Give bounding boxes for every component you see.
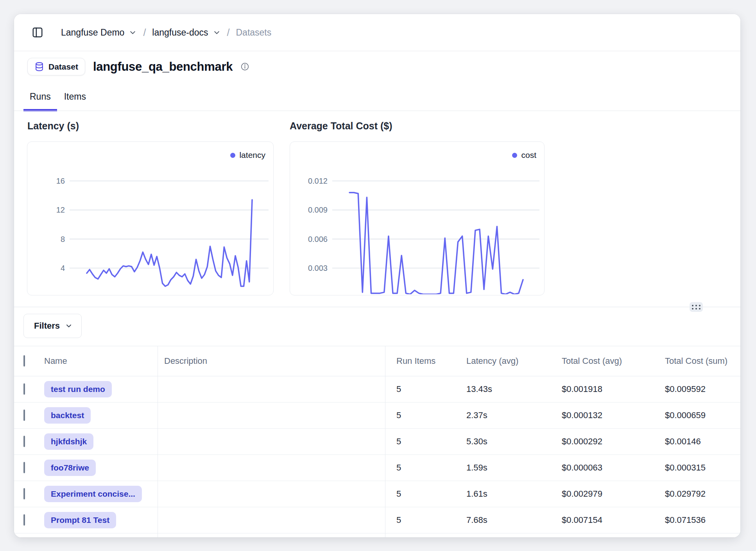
column-header-latency-avg[interactable]: Latency (avg) xyxy=(466,356,518,366)
svg-text:0.012: 0.012 xyxy=(308,177,328,185)
breadcrumb: Langfuse Demo / langfuse-docs / Datasets xyxy=(61,27,271,38)
runs-table: Name Description Run Items Latency (avg)… xyxy=(14,346,740,537)
run-items-value: 5 xyxy=(396,489,401,499)
latency-avg-value: 1.59s xyxy=(466,463,487,473)
total-cost-avg-value: $0.000063 xyxy=(562,463,602,473)
cost-legend: cost xyxy=(512,150,536,160)
latency-avg-value: 1.61s xyxy=(466,489,487,499)
breadcrumb-separator: / xyxy=(143,27,146,38)
page-title: langfuse_qa_benchmark xyxy=(93,60,233,74)
svg-text:0.009: 0.009 xyxy=(308,206,328,214)
info-icon[interactable] xyxy=(240,62,249,71)
breadcrumb-project-label: langfuse-docs xyxy=(152,27,208,38)
legend-dot-icon xyxy=(512,153,517,158)
tab-runs[interactable]: Runs xyxy=(23,88,57,111)
cost-chart-title: Average Total Cost ($) xyxy=(290,120,392,132)
total-cost-sum-value: $0.029792 xyxy=(665,489,706,499)
column-header-name[interactable]: Name xyxy=(44,356,67,366)
dataset-badge-label: Dataset xyxy=(48,62,78,72)
latency-legend: latency xyxy=(230,150,265,160)
filters-button-label: Filters xyxy=(34,321,60,331)
table-row: Experiment concise... 5 1.61s $0.002979 … xyxy=(14,481,740,507)
column-divider xyxy=(158,346,158,537)
row-checkbox[interactable] xyxy=(23,488,25,499)
table-row: backtest 5 2.37s $0.000132 $0.000659 xyxy=(14,403,740,429)
run-items-value: 5 xyxy=(396,437,401,447)
tab-items[interactable]: Items xyxy=(58,88,92,111)
cost-legend-label: cost xyxy=(521,150,536,160)
total-cost-avg-value: $0.000132 xyxy=(562,410,602,420)
run-name-badge[interactable]: test run demo xyxy=(44,381,112,397)
total-cost-avg-value: $0.001918 xyxy=(562,384,602,394)
total-cost-sum-value: $0.000315 xyxy=(665,463,706,473)
latency-avg-value: 2.37s xyxy=(466,410,487,420)
svg-text:16: 16 xyxy=(56,177,65,185)
column-header-description[interactable]: Description xyxy=(164,356,207,366)
row-checkbox[interactable] xyxy=(23,462,25,473)
row-checkbox[interactable] xyxy=(23,436,25,447)
cost-chart: cost 0.0120.0090.0060.003 xyxy=(290,141,545,295)
table-row: foo78riwe 5 1.59s $0.000063 $0.000315 xyxy=(14,455,740,481)
latency-chart-svg: 161284 xyxy=(27,142,272,294)
run-name-badge[interactable]: backtest xyxy=(44,407,91,424)
breadcrumb-org-selector[interactable]: Langfuse Demo xyxy=(61,27,137,38)
row-checkbox[interactable] xyxy=(23,410,25,421)
latency-chart: latency 161284 xyxy=(27,141,274,295)
breadcrumb-datasets-label: Datasets xyxy=(236,27,272,38)
latency-avg-value: 7.68s xyxy=(466,515,487,525)
column-header-total-cost-sum[interactable]: Total Cost (sum) xyxy=(665,356,727,366)
sidebar-toggle-button[interactable] xyxy=(30,25,45,39)
table-body: test run demo 5 13.43s $0.001918 $0.0095… xyxy=(14,376,740,537)
total-cost-sum-value: $0.009592 xyxy=(665,384,706,394)
resize-grip-handle[interactable] xyxy=(690,302,703,312)
total-cost-avg-value: $0.000292 xyxy=(562,437,602,447)
legend-dot-icon xyxy=(230,153,235,158)
table-row: test run demo 5 13.43s $0.001918 $0.0095… xyxy=(14,376,740,403)
top-bar: Langfuse Demo / langfuse-docs / Datasets xyxy=(14,14,740,51)
run-items-value: 5 xyxy=(396,463,401,473)
table-row: Prompt 81 Test 5 7.68s $0.007154 $0.0715… xyxy=(14,507,740,533)
table-header-row: Name Description Run Items Latency (avg)… xyxy=(14,346,740,376)
run-name-badge[interactable]: foo78riwe xyxy=(44,460,96,476)
filters-button[interactable]: Filters xyxy=(23,314,82,338)
database-icon xyxy=(34,62,44,72)
breadcrumb-project-selector[interactable]: langfuse-docs xyxy=(152,27,220,38)
svg-text:12: 12 xyxy=(56,206,65,214)
column-header-run-items[interactable]: Run Items xyxy=(396,356,435,366)
latency-avg-value: 5.30s xyxy=(466,437,487,447)
total-cost-sum-value: $0.071536 xyxy=(665,515,706,525)
section-divider xyxy=(14,307,740,307)
run-items-value: 5 xyxy=(396,515,401,525)
total-cost-avg-value: $0.002979 xyxy=(562,489,602,499)
total-cost-avg-value: $0.007154 xyxy=(562,515,602,525)
tab-bar: Runs Items xyxy=(23,88,92,111)
latency-legend-label: latency xyxy=(239,150,265,160)
table-row: hjkfdshjk 5 5.30s $0.000292 $0.00146 xyxy=(14,429,740,455)
total-cost-sum-value: $0.000659 xyxy=(665,410,706,420)
run-name-badge[interactable]: Experiment concise... xyxy=(44,486,142,502)
row-checkbox[interactable] xyxy=(23,514,25,526)
svg-text:0.006: 0.006 xyxy=(308,235,328,243)
latency-avg-value: 13.43s xyxy=(466,384,492,394)
svg-text:4: 4 xyxy=(61,264,65,272)
dataset-title-row: Dataset langfuse_qa_benchmark xyxy=(27,58,249,75)
chevron-down-icon xyxy=(129,29,137,37)
run-name-badge[interactable]: hjkfdshjk xyxy=(44,433,93,450)
svg-text:8: 8 xyxy=(61,235,65,243)
breadcrumb-org-label: Langfuse Demo xyxy=(61,27,124,38)
row-checkbox[interactable] xyxy=(23,383,25,395)
cost-chart-svg: 0.0120.0090.0060.003 xyxy=(290,142,543,294)
run-name-badge[interactable]: Prompt 81 Test xyxy=(44,512,116,528)
tab-bar-divider xyxy=(14,111,740,111)
run-items-value: 5 xyxy=(396,410,401,420)
table-row xyxy=(14,533,740,537)
run-items-value: 5 xyxy=(396,384,401,394)
breadcrumb-datasets[interactable]: Datasets xyxy=(236,27,272,38)
main-card: Langfuse Demo / langfuse-docs / Datasets… xyxy=(14,14,740,537)
chevron-down-icon xyxy=(213,29,221,37)
breadcrumb-separator: / xyxy=(227,27,230,38)
total-cost-sum-value: $0.00146 xyxy=(665,437,701,447)
column-header-total-cost-avg[interactable]: Total Cost (avg) xyxy=(562,356,622,366)
select-all-checkbox[interactable] xyxy=(23,355,25,367)
chevron-down-icon xyxy=(65,322,73,330)
